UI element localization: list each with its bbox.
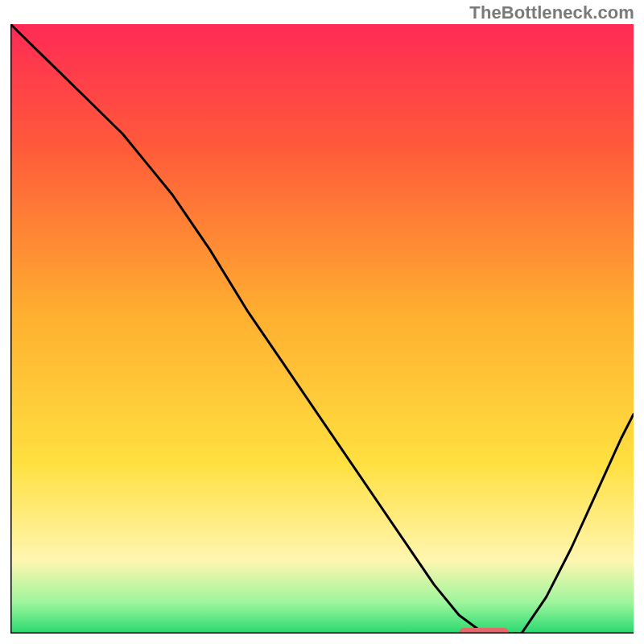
bottleneck-chart: TheBottleneck.com xyxy=(0,0,644,644)
watermark-text: TheBottleneck.com xyxy=(469,2,634,23)
plot-area xyxy=(10,24,634,634)
chart-svg xyxy=(10,24,634,634)
